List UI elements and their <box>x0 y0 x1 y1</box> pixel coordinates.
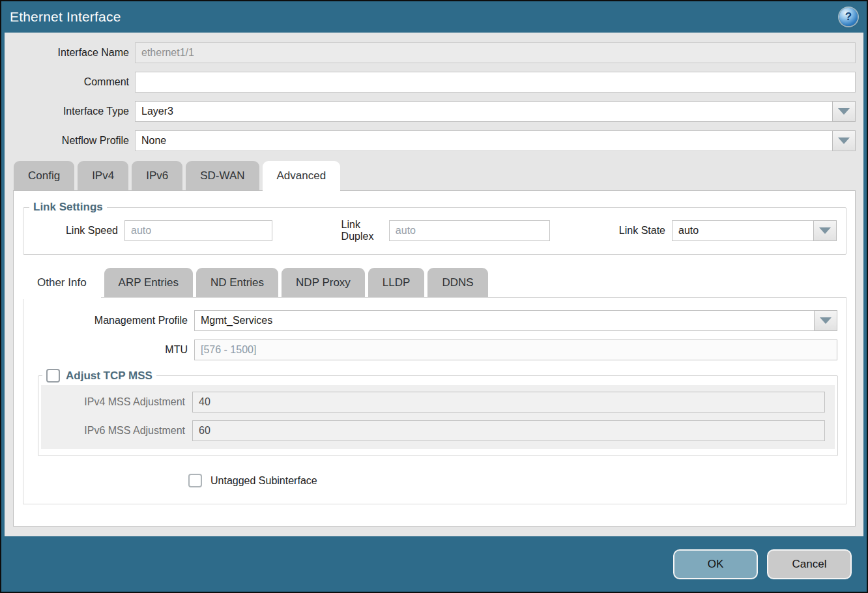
untagged-subinterface-row: Untagged Subinterface <box>188 474 846 487</box>
other-info-panel: Management Profile MTU <box>23 297 846 504</box>
chevron-down-icon <box>819 227 831 234</box>
link-state-dropdown-button[interactable] <box>813 220 837 241</box>
ipv4-mss-label: IPv4 MSS Adjustment <box>41 396 192 408</box>
interface-type-label: Interface Type <box>5 106 135 117</box>
link-speed-field[interactable] <box>124 220 272 241</box>
interface-type-value[interactable] <box>135 101 832 122</box>
dialog-titlebar: Ethernet Interface ? <box>1 1 867 33</box>
link-settings-fieldset: Link Settings Link Speed Link Duplex Lin… <box>23 201 846 255</box>
link-duplex-label: Link Duplex <box>341 219 389 242</box>
tab-ddns[interactable]: DDNS <box>427 268 487 297</box>
untagged-subinterface-checkbox[interactable] <box>188 474 202 487</box>
interface-name-field <box>135 42 856 63</box>
dialog-body: Interface Name Comment Interface Type Ne… <box>5 33 863 536</box>
link-state-dropdown[interactable] <box>672 220 837 241</box>
mtu-row: MTU <box>23 340 846 360</box>
ipv4-mss-row: IPv4 MSS Adjustment <box>41 392 835 412</box>
tab-advanced[interactable]: Advanced <box>263 161 341 192</box>
untagged-subinterface-label: Untagged Subinterface <box>210 475 317 487</box>
interface-name-label: Interface Name <box>5 47 135 59</box>
tab-nd-entries[interactable]: ND Entries <box>196 268 278 297</box>
link-state-value[interactable] <box>672 220 813 241</box>
adjust-tcp-mss-legend: Adjust TCP MSS <box>42 369 156 383</box>
help-icon[interactable]: ? <box>839 8 858 26</box>
comment-field[interactable] <box>135 72 856 93</box>
ipv6-mss-row: IPv6 MSS Adjustment <box>41 420 835 441</box>
tab-sdwan[interactable]: SD-WAN <box>186 161 259 190</box>
chevron-down-icon <box>838 137 850 144</box>
netflow-profile-label: Netflow Profile <box>5 135 135 147</box>
mtu-label: MTU <box>23 344 194 356</box>
tab-ipv6[interactable]: IPv6 <box>132 161 182 190</box>
ipv6-mss-label: IPv6 MSS Adjustment <box>41 425 192 437</box>
tab-config[interactable]: Config <box>14 161 74 190</box>
mtu-field[interactable] <box>194 340 837 360</box>
netflow-profile-row: Netflow Profile <box>5 130 856 151</box>
adjust-tcp-mss-fieldset: Adjust TCP MSS IPv4 MSS Adjustment IPv6 … <box>38 369 838 456</box>
ok-button[interactable]: OK <box>673 549 758 579</box>
interface-type-row: Interface Type <box>5 101 856 122</box>
tab-ipv4[interactable]: IPv4 <box>78 161 128 190</box>
tab-arp-entries[interactable]: ARP Entries <box>104 268 193 297</box>
interface-type-dropdown-button[interactable] <box>832 101 856 122</box>
mss-disabled-panel: IPv4 MSS Adjustment IPv6 MSS Adjustment <box>41 385 835 449</box>
management-profile-dropdown-button[interactable] <box>814 310 837 331</box>
link-settings-legend: Link Settings <box>29 201 107 214</box>
management-profile-label: Management Profile <box>23 315 194 326</box>
chevron-down-icon <box>820 317 832 324</box>
tab-lldp[interactable]: LLDP <box>368 268 425 297</box>
ipv6-mss-field <box>192 420 825 441</box>
advanced-tab-panel: Link Settings Link Speed Link Duplex Lin… <box>13 190 856 527</box>
ipv4-mss-field <box>192 392 825 412</box>
link-speed-label: Link Speed <box>23 225 124 237</box>
management-profile-row: Management Profile <box>23 310 846 331</box>
cancel-button[interactable]: Cancel <box>767 549 852 579</box>
netflow-profile-dropdown-button[interactable] <box>832 130 856 151</box>
adjust-tcp-mss-checkbox[interactable] <box>46 369 60 383</box>
chevron-down-icon <box>838 108 850 115</box>
management-profile-dropdown[interactable] <box>194 310 837 331</box>
link-state-label: Link State <box>619 225 672 237</box>
netflow-profile-value[interactable] <box>135 130 832 151</box>
management-profile-value[interactable] <box>194 310 814 331</box>
tab-other-info[interactable]: Other Info <box>23 268 101 299</box>
dialog-footer: OK Cancel <box>1 536 867 592</box>
comment-label: Comment <box>5 76 135 88</box>
interface-name-row: Interface Name <box>5 42 856 63</box>
dialog-title: Ethernet Interface <box>10 9 121 25</box>
ethernet-interface-dialog: Ethernet Interface ? Interface Name Comm… <box>0 0 868 593</box>
netflow-profile-dropdown[interactable] <box>135 130 856 151</box>
inner-tabs: Other Info ARP Entries ND Entries NDP Pr… <box>23 268 846 297</box>
link-duplex-field[interactable] <box>389 220 550 241</box>
tab-ndp-proxy[interactable]: NDP Proxy <box>282 268 365 297</box>
interface-type-dropdown[interactable] <box>135 101 856 122</box>
comment-row: Comment <box>5 72 856 93</box>
adjust-tcp-mss-legend-text: Adjust TCP MSS <box>66 369 152 383</box>
main-tabs: Config IPv4 IPv6 SD-WAN Advanced <box>14 161 856 190</box>
